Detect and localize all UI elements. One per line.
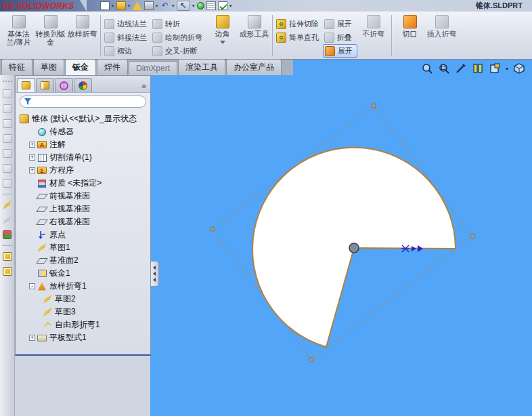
base-flange-button[interactable]: 基体法兰/薄片 [3,13,35,58]
tree-item-cut-list[interactable]: + 切割清单(1) [20,151,150,164]
tree-item-front-plane[interactable]: 前视基准面 [20,190,150,203]
expand-icon[interactable]: + [29,167,35,173]
simple-hole-button[interactable]: 简单直孔 [275,30,323,44]
unfold-button[interactable]: 展开 [323,17,357,30]
tree-item-flat-pattern1[interactable]: + 平板型式1 [20,331,150,344]
apex-hole[interactable] [349,243,359,253]
view-top-icon[interactable] [3,149,12,158]
tree-item-sketch3[interactable]: 草图3 [20,306,150,318]
view-bottom-icon[interactable] [3,164,12,173]
dropdown-icon[interactable]: ▾ [172,1,175,10]
dropdown-icon[interactable]: ▾ [229,1,232,10]
previous-view-icon[interactable] [455,63,467,74]
tree-item-equations[interactable]: + Σ 方程序 [20,164,150,177]
tree-item-sketch2[interactable]: 草图2 [20,293,150,306]
feature-b-icon[interactable] [3,267,12,276]
displaymanager-tab[interactable] [74,78,92,92]
dropdown-icon[interactable]: ▾ [128,1,131,10]
tree-item-material[interactable]: 材质 <未指定> [20,177,150,190]
featuremanager-tab[interactable] [17,78,35,92]
zoom-fit-icon[interactable] [421,63,433,74]
tree-item-freeform-bend1[interactable]: 自由形折弯1 [20,318,150,331]
tree-item-lofted-bend1[interactable]: - 放样折弯1 [20,280,150,293]
tab-sheet-metal[interactable]: 钣金 [65,59,96,75]
rip-button[interactable]: 切口 [394,13,426,58]
dropdown-icon[interactable]: ▾ [506,66,508,72]
view-left-icon[interactable] [3,119,12,128]
fold-button[interactable]: 折叠 [323,30,357,44]
tree-item-sketch1[interactable]: 草图1 [20,241,150,254]
tree-item-origin[interactable]: 原点 [20,228,150,241]
lofted-bend-button[interactable]: 放样折弯 [66,13,98,58]
section-view-icon[interactable] [472,63,484,74]
tab-features[interactable]: 特征 [1,59,32,75]
print-icon[interactable] [144,1,154,10]
menu-flyout-arrow[interactable] [80,0,87,12]
expand-icon[interactable]: + [29,154,35,161]
feature-a-icon[interactable] [3,252,12,261]
tab-sketch[interactable]: 草图 [33,59,64,75]
view-isometric-icon[interactable] [3,179,12,188]
rebuild-icon[interactable] [197,2,204,9]
view-right-icon[interactable] [3,134,12,143]
ribbon-separator [100,15,101,56]
corner-handle[interactable] [210,227,215,231]
view-front-icon[interactable] [3,89,12,98]
options-icon[interactable] [206,1,216,10]
no-bends-button[interactable]: 不折弯 [357,13,389,58]
miter-flange-button[interactable]: 斜接法兰 [103,30,151,44]
expand-icon[interactable]: + [29,335,35,341]
dropdown-icon[interactable]: ▾ [112,1,114,10]
dropdown-icon[interactable]: ▾ [156,1,158,10]
reference-geometry-icon[interactable] [3,230,12,239]
extruded-cut-button[interactable]: 拉伸切除 [275,17,323,30]
flatten-button[interactable]: 展开 [323,44,357,58]
3d-sketch-icon[interactable] [3,215,12,224]
feature-pane-splitter[interactable] [150,261,159,287]
corner-handle[interactable] [372,104,376,108]
edge-flange-button[interactable]: 边线法兰 [103,17,151,30]
tree-root[interactable]: 锥体 (默认<<默认>_显示状态 [20,112,150,125]
tree-item-sensors[interactable]: 传感器 [20,125,150,138]
tab-office-products[interactable]: 办公室产品 [226,59,282,75]
tab-render-tools[interactable]: 渲染工具 [178,59,225,75]
jog-button[interactable]: 转折 [151,17,206,30]
zoom-area-icon[interactable] [438,63,450,74]
tree-item-annotations[interactable]: + A 注解 [20,138,150,151]
tab-weldments[interactable]: 焊件 [97,59,128,75]
view-orientation-icon[interactable] [489,63,501,74]
tab-dimxpert[interactable]: DimXpert [129,61,177,75]
insert-bends-button[interactable]: 插入折弯 [426,13,458,58]
task-pane-icon[interactable] [218,1,227,10]
propertymanager-tab[interactable] [36,78,54,92]
tree-item-sheet-metal1[interactable]: 钣金1 [20,267,150,280]
convert-to-sheet-metal-button[interactable]: 转换到钣金 [35,13,66,58]
forming-tool-button[interactable]: 成形工具 [238,13,270,58]
tree-item-right-plane[interactable]: 右视基准面 [20,215,150,228]
corner-handle[interactable] [309,358,313,362]
select-tool-button[interactable]: ↖ [177,1,190,11]
toolbar-grip[interactable] [3,81,12,82]
view-back-icon[interactable] [3,104,12,113]
tree-item-plane2[interactable]: 基准面2 [20,254,150,267]
corners-button[interactable]: 边角 [206,13,238,58]
tree-item-top-plane[interactable]: 上视基准面 [20,203,150,215]
undo-icon[interactable]: ↶ [160,1,170,10]
corner-handle[interactable] [470,234,474,238]
open-icon[interactable] [116,1,126,10]
sketched-bend-button[interactable]: 绘制的折弯 [151,30,206,44]
expand-icon[interactable]: + [29,142,35,148]
sketch-icon[interactable] [3,201,12,209]
new-document-icon[interactable] [100,1,110,10]
cross-break-button[interactable]: 交叉-折断 [151,44,206,58]
tree-filter-input[interactable] [34,97,141,106]
save-icon[interactable] [133,1,142,10]
plane-icon [36,258,48,264]
configurationmanager-tab[interactable] [55,78,73,92]
collapse-icon[interactable]: - [29,283,35,289]
dropdown-icon[interactable]: ▾ [192,1,195,10]
graphics-viewport[interactable]: ▾ [150,60,532,416]
manager-tabs-overflow-icon[interactable]: » [139,81,149,92]
display-style-icon[interactable] [513,63,525,74]
hem-button[interactable]: 褶边 [103,44,151,58]
